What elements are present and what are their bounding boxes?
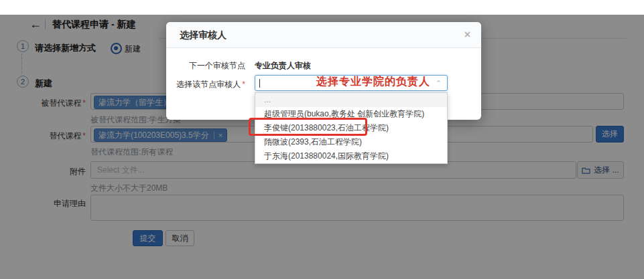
modal-title: 选择审核人 [180, 29, 227, 41]
annotation-hint-text: 选择专业学院的负责人 [316, 75, 444, 89]
next-node-label: 下一个审核节点 [172, 60, 245, 72]
annotation-highlight-rect [249, 118, 367, 136]
text-cursor [259, 79, 260, 88]
dropdown-item-yudonghai[interactable]: 于东海(2013880024,国际教育学院) [255, 149, 447, 163]
reviewer-label-text: 选择该节点审核人 [176, 80, 241, 89]
reviewer-label: 选择该节点审核人* [172, 79, 245, 90]
required-asterisk: * [242, 80, 245, 89]
dropdown-item-suiweibo[interactable]: 隋微波(2393,石油工程学院) [255, 135, 447, 149]
next-node-value: 专业负责人审核 [255, 60, 311, 72]
screenshot-stage: ← 替代课程申请 - 新建 1 请选择新增方式 新建 2 新建 被替代课程* 渗… [0, 0, 644, 279]
close-icon[interactable]: × [464, 29, 470, 41]
dropdown-item-ellipsis[interactable]: ... [255, 93, 447, 107]
modal-header: 选择审核人 × [166, 22, 481, 48]
